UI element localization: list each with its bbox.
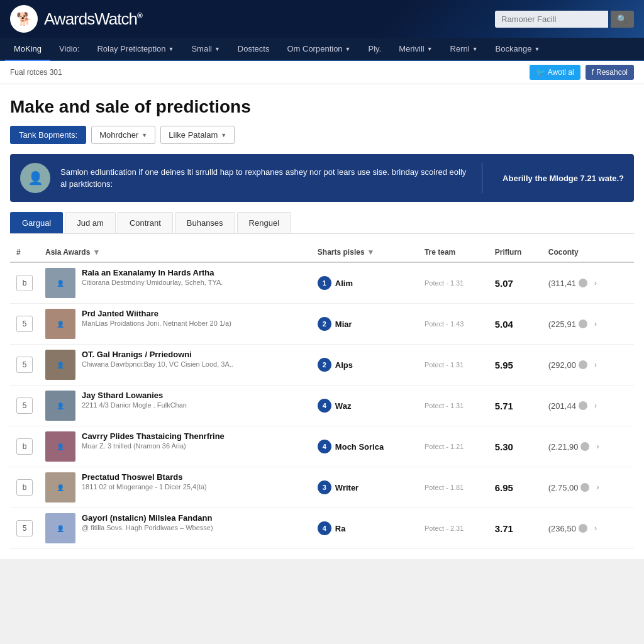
col-header-asia-awards[interactable]: Asia Awards▼ [39, 243, 311, 262]
dot-button[interactable] [579, 524, 587, 533]
filter-button[interactable]: Tank Bopments: [10, 126, 86, 144]
badge-label: Alps [335, 360, 353, 370]
tab-jud-am[interactable]: Jud am [65, 212, 116, 233]
film-thumbnail: 👤 [45, 472, 75, 502]
col-header-#: # [10, 243, 39, 262]
chevron-down-icon: ▼ [427, 46, 433, 52]
film-cell: 👤Prd Janted WiithareManLias Proidations … [39, 304, 311, 345]
rank-badge: 5 [16, 520, 33, 536]
page-content: Make and sale of predictions Tank Bopmen… [0, 84, 644, 559]
county-cell: (2.75,00› [542, 467, 634, 508]
county-value: (225,91 [548, 319, 576, 329]
score-cell: 6.95 [489, 467, 542, 508]
rank-cell: 5 [10, 345, 39, 386]
sub-header-text: Fual rotces 301 [10, 68, 62, 77]
search-input[interactable] [495, 11, 608, 28]
filter-bar: Tank Bopments:Mohrdcher▼Liike Patalam▼ [10, 126, 634, 144]
dot-button[interactable] [579, 401, 587, 410]
nav-item-om-corpention[interactable]: Om Corpention▼ [278, 38, 359, 61]
tre-team-cell: Potect - 1.31 [418, 345, 489, 386]
film-thumbnail: 👤 [45, 431, 75, 462]
nav-item-rernl[interactable]: Rernl▼ [441, 38, 487, 61]
film-cell: 👤Rala an Exanalamy In Hards ArthaCitiora… [39, 262, 311, 304]
score-value: 5.07 [495, 278, 513, 289]
col-header-sharts-pisles[interactable]: Sharts pisles▼ [311, 243, 418, 262]
facebook-button[interactable]: f Resahcol [586, 65, 634, 80]
sharts-cell: 1Alim [311, 262, 418, 304]
badge-number: 4 [318, 521, 331, 535]
film-title: Prectatud Thoswel Btards [82, 472, 207, 482]
twitter-button[interactable]: 🐦 Awotl al [530, 65, 580, 80]
county-value: (2.21,90 [548, 442, 579, 452]
arrow-button[interactable]: › [590, 277, 601, 289]
potect-value: Potect - 1.21 [425, 443, 482, 450]
film-thumbnail: 👤 [45, 513, 75, 543]
score-cell: 3.71 [489, 508, 542, 549]
score-cell: 5.30 [489, 426, 542, 467]
table-row: 5👤Gayori (nstalicn) Milslea Fandann@ fit… [10, 508, 634, 549]
arrow-button[interactable]: › [590, 359, 601, 370]
arrow-button[interactable]: › [592, 482, 603, 493]
table-row: b👤Rala an Exanalamy In Hards ArthaCitior… [10, 262, 634, 304]
rank-cell: 5 [10, 304, 39, 345]
nav-item-ply.[interactable]: Ply. [360, 38, 391, 61]
film-cell: 👤Prectatud Thoswel Btards1811 02 ot Mlog… [39, 467, 311, 508]
col-header-priflurn: Priflurn [489, 243, 542, 262]
nav-item-bockange[interactable]: Bockange▼ [487, 38, 549, 61]
county-cell: (236,50› [542, 508, 634, 549]
nav-item-merivill[interactable]: Merivill▼ [390, 38, 441, 61]
tab-buhanses[interactable]: Buhanses [175, 212, 235, 233]
sharts-cell: 3Writer [311, 467, 418, 508]
sharts-cell: 4Moch Sorica [311, 426, 418, 467]
dot-button[interactable] [579, 360, 587, 369]
sort-icon: ▼ [367, 248, 375, 257]
tab-renguel[interactable]: Renguel [237, 212, 291, 233]
rank-badge: b [16, 479, 33, 496]
tab-gargual[interactable]: Gargual [10, 212, 63, 233]
nav-item-dostects[interactable]: Dostects [229, 38, 279, 61]
rank-badge: b [16, 438, 33, 455]
score-value: 6.95 [495, 482, 513, 493]
film-cell: 👤Jay Sthard Lowanies2211 4/3 Danicr Mogl… [39, 386, 311, 426]
arrow-button[interactable]: › [590, 318, 601, 330]
potect-value: Potect - 1.31 [425, 361, 482, 369]
nav-item-small[interactable]: Small▼ [182, 38, 228, 61]
search-button[interactable]: 🔍 [611, 11, 634, 28]
page-title: Make and sale of predictions [10, 97, 634, 117]
header: 🐕 AwardsWatch® 🔍 [0, 0, 644, 38]
twitter-icon: 🐦 [536, 68, 545, 77]
county-value: (236,50 [548, 524, 576, 533]
header-search: 🔍 [495, 11, 634, 28]
score-value: 5.95 [495, 360, 513, 370]
nav-item-vidio:[interactable]: Vidio: [50, 38, 88, 61]
filter-button[interactable]: Liike Patalam▼ [160, 126, 235, 144]
film-title: Gayori (nstalicn) Milslea Fandann [82, 513, 213, 523]
nav-item-moking[interactable]: MoKing [5, 38, 50, 61]
table-row: b👤Cavrry Plides Thastaicing ThenrfrineMo… [10, 426, 634, 467]
score-cell: 5.95 [489, 345, 542, 386]
dot-button[interactable] [580, 442, 589, 451]
tre-team-cell: Potect - 2.31 [418, 508, 489, 549]
rank-badge: 5 [16, 397, 33, 414]
dot-button[interactable] [580, 483, 589, 492]
tre-team-cell: Potect - 1.31 [418, 262, 489, 304]
dot-button[interactable] [579, 279, 587, 287]
film-thumbnail: 👤 [45, 350, 75, 380]
badge-number: 2 [318, 358, 331, 372]
tab-contrant[interactable]: Contrant [118, 212, 173, 233]
facebook-icon: f [592, 68, 594, 77]
logo-icon: 🐕 [10, 5, 38, 33]
film-subtitle: Moar Z. 3 tnilled (Nramon 36 Aria) [82, 442, 225, 450]
rank-badge: 5 [16, 357, 33, 373]
arrow-button[interactable]: › [590, 400, 601, 411]
potect-value: Potect - 1.81 [425, 484, 482, 491]
arrow-button[interactable]: › [590, 523, 601, 534]
county-cell: (2.21,90› [542, 426, 634, 467]
sharts-cell: 2Alps [311, 345, 418, 386]
tre-team-cell: Potect - 1.81 [418, 467, 489, 508]
nav-item-rolay-preticteption[interactable]: Rolay Preticteption▼ [88, 38, 182, 61]
filter-button[interactable]: Mohrdcher▼ [91, 126, 155, 144]
info-banner: 👤 Samlon edluntication if one deines lti… [10, 154, 634, 202]
dot-button[interactable] [579, 319, 587, 328]
arrow-button[interactable]: › [592, 441, 603, 452]
